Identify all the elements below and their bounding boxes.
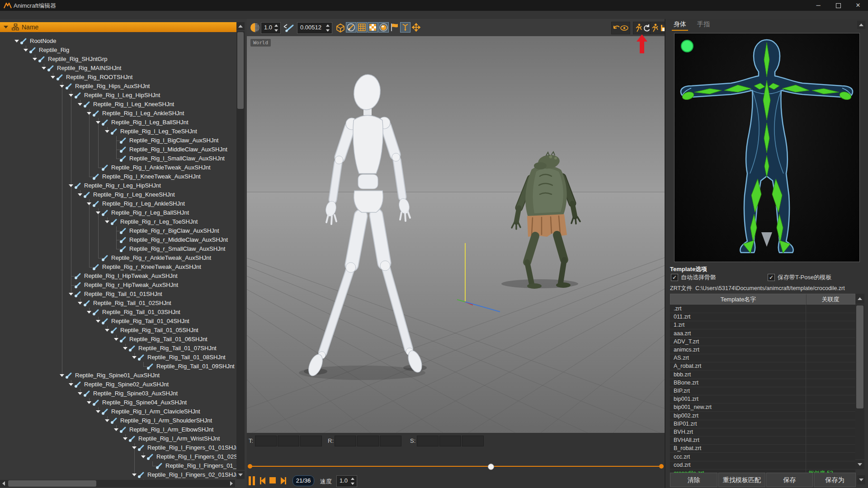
step-back-button[interactable] xyxy=(259,477,267,485)
file-row[interactable]: cod.zrt xyxy=(670,461,855,469)
tree-row[interactable]: Reptile_Rig_SHJntGrp xyxy=(0,55,236,64)
list-vertical-scrollbar[interactable] xyxy=(855,305,864,459)
rotate-z-field[interactable] xyxy=(380,436,401,446)
tree-scroll-right-button[interactable] xyxy=(228,480,235,487)
tree-row[interactable]: Reptile_Rig_l_Fingers_02_01SHJnt xyxy=(0,470,236,479)
tree-row[interactable]: Reptile_Rig_Tail_01_07SHJnt xyxy=(0,344,236,353)
move-tool-icon[interactable] xyxy=(411,22,421,33)
save-as-button[interactable]: 保存为 xyxy=(814,473,856,487)
close-button[interactable]: ✕ xyxy=(848,0,868,11)
tree-row[interactable]: Reptile_Rig_r_Leg_BallSHJnt xyxy=(0,208,236,217)
tree-expander-icon[interactable] xyxy=(114,428,118,431)
list-vscroll-thumb[interactable] xyxy=(856,305,863,408)
tree-expander-icon[interactable] xyxy=(114,338,118,341)
tree-row[interactable]: Reptile_Rig_l_Leg_BallSHJnt xyxy=(0,118,236,127)
tree-row[interactable]: Reptile_Rig_r_BigClaw_AuxSHJnt xyxy=(0,226,236,235)
translate-x-field[interactable] xyxy=(255,436,277,446)
tree-row[interactable]: Reptile_Rig_Tail_01_02SHJnt xyxy=(0,299,236,308)
tree-expander-icon[interactable] xyxy=(105,130,109,133)
stop-button[interactable] xyxy=(269,477,276,484)
file-row[interactable]: aaa.zrt xyxy=(670,329,855,338)
tree-expander-icon[interactable] xyxy=(105,419,109,422)
file-row[interactable]: BVHAll.zrt xyxy=(670,436,855,445)
tree-expander-icon[interactable] xyxy=(78,103,82,106)
file-row[interactable]: bip001_new.zrt xyxy=(670,403,855,412)
tree-row[interactable]: Reptile_Rig_l_HipTweak_AuxSHJnt xyxy=(0,272,236,281)
tree-row[interactable]: Reptile_Rig_r_MiddleClaw_AuxSHJnt xyxy=(0,235,236,244)
tree-expander-icon[interactable] xyxy=(132,474,137,476)
tree-row[interactable]: Reptile_Rig_Spine01_AuxSHJnt xyxy=(0,371,236,380)
tree-row[interactable]: Reptile_Rig_r_Leg_HipSHJnt xyxy=(0,181,236,190)
rotate-x-field[interactable] xyxy=(335,436,356,446)
tree-expander-icon[interactable] xyxy=(69,383,73,386)
tree-expander-icon[interactable] xyxy=(14,40,19,42)
file-row[interactable]: 1.zrt xyxy=(670,321,855,329)
tree-row[interactable]: RootNode xyxy=(0,37,236,46)
tree-expander-icon[interactable] xyxy=(24,49,28,52)
tree-row[interactable]: Reptile_Rig_l_Arm_ElbowSHJnt xyxy=(0,425,236,434)
tree-row[interactable]: Reptile_Rig_r_Leg_ToeSHJnt xyxy=(0,217,236,226)
tree-expander-icon[interactable] xyxy=(51,76,55,79)
timeline-slider[interactable] xyxy=(247,461,665,472)
undo-visibility-button[interactable] xyxy=(611,22,630,34)
list-scroll-up-button[interactable] xyxy=(855,294,864,304)
file-row[interactable]: 011.zrt xyxy=(670,313,855,321)
tree-row[interactable]: Reptile_Rig_l_MiddleClaw_AuxSHJnt xyxy=(0,145,236,154)
tree-expander-icon[interactable] xyxy=(96,320,100,323)
size-spinner[interactable]: 0.00512 xyxy=(297,22,332,34)
tree-row[interactable]: Reptile_Rig_ROOTSHJnt xyxy=(0,73,236,82)
tree-row[interactable]: Reptile_Rig_Spine02_AuxSHJnt xyxy=(0,380,236,389)
scale-x-field[interactable] xyxy=(417,436,439,446)
tree-hscroll-thumb[interactable] xyxy=(8,480,96,487)
tab-fingers[interactable]: 手指 xyxy=(695,20,712,30)
tree-row[interactable]: Reptile_Rig_r_SmallClaw_AuxSHJnt xyxy=(0,244,236,253)
file-row[interactable]: BIP.zrt xyxy=(670,387,855,395)
column-template-name[interactable]: Template名字 xyxy=(670,296,806,304)
tree-expander-icon[interactable] xyxy=(78,193,82,196)
tree-row[interactable]: Reptile_Rig xyxy=(0,46,236,55)
bone-scale-icon[interactable] xyxy=(283,23,295,33)
tree-row[interactable]: Reptile_Rig_l_Leg_HipSHJnt xyxy=(0,91,236,100)
minimize-button[interactable]: ─ xyxy=(808,0,828,11)
column-association[interactable]: 关联度 xyxy=(806,296,855,304)
tree-header[interactable]: Name xyxy=(0,22,236,32)
tree-row[interactable]: Reptile_Rig_l_Fingers_01_02SHJnt xyxy=(0,452,236,461)
timeline-track[interactable] xyxy=(250,466,662,467)
tree-row[interactable]: Reptile_Rig_r_HipTweak_AuxSHJnt xyxy=(0,281,236,290)
tree-expander-icon[interactable] xyxy=(42,67,46,70)
file-row[interactable]: BIP01.zrt xyxy=(670,420,855,428)
tree-row[interactable]: Reptile_Rig_l_Fingers_01_03SHJnt xyxy=(0,461,236,470)
tree-expander-icon[interactable] xyxy=(69,293,73,296)
tree-horizontal-scrollbar[interactable] xyxy=(7,480,228,487)
tree-row[interactable]: Reptile_Rig_Tail_01_04SHJnt xyxy=(0,317,236,326)
tree-row[interactable]: Reptile_Rig_l_AnkleTweak_AuxSHJnt xyxy=(0,163,236,172)
tree-row[interactable]: Reptile_Rig_MAINSHJnt xyxy=(0,64,236,73)
crocodile-character[interactable] xyxy=(512,152,580,289)
retarget-refresh-button[interactable] xyxy=(633,22,652,34)
tree-row[interactable]: Reptile_Rig_l_KneeTweak_AuxSHJnt xyxy=(0,172,236,181)
tree-row[interactable]: Reptile_Rig_r_KneeTweak_AuxSHJnt xyxy=(0,263,236,272)
step-forward-button[interactable] xyxy=(279,477,287,485)
clear-button[interactable]: 清除 xyxy=(670,473,717,487)
tree-expander-icon[interactable] xyxy=(87,112,91,115)
tree-row[interactable]: Reptile_Rig_l_Leg_AnkleSHJnt xyxy=(0,109,236,118)
tree-row[interactable]: Reptile_Rig_Tail_01_06SHJnt xyxy=(0,335,236,344)
tree-expander-icon[interactable] xyxy=(33,58,37,61)
tree-expander-icon[interactable] xyxy=(78,392,82,395)
file-row[interactable]: B_robat.zrt xyxy=(670,444,855,453)
file-row[interactable]: AS.zrt xyxy=(670,354,855,362)
spinner-arrows-icon[interactable] xyxy=(326,23,331,33)
cube-icon[interactable] xyxy=(335,23,345,33)
show-bones-toggle[interactable] xyxy=(346,22,356,33)
file-row-highlighted[interactable]: crocodile.zrt相似度 53 xyxy=(670,469,855,473)
frame-counter[interactable]: 21/36 xyxy=(292,475,314,486)
panel-bottom-collapse-button[interactable] xyxy=(857,475,865,484)
tree-row[interactable]: Reptile_Rig_l_Leg_ToeSHJnt xyxy=(0,127,236,136)
tab-body[interactable]: 身体 xyxy=(672,20,688,31)
show-lighting-toggle[interactable] xyxy=(378,22,389,33)
auto-select-checkbox[interactable]: ✓ xyxy=(671,274,678,281)
tree-row[interactable]: Reptile_Rig_Tail_01_05SHJnt xyxy=(0,326,236,335)
file-row[interactable]: A_robat.zrt xyxy=(670,362,855,371)
tree-row[interactable]: Reptile_Rig_Tail_01_03SHJnt xyxy=(0,308,236,317)
tree-row[interactable]: Reptile_Rig_l_Arm_ClavicleSHJnt xyxy=(0,407,236,416)
